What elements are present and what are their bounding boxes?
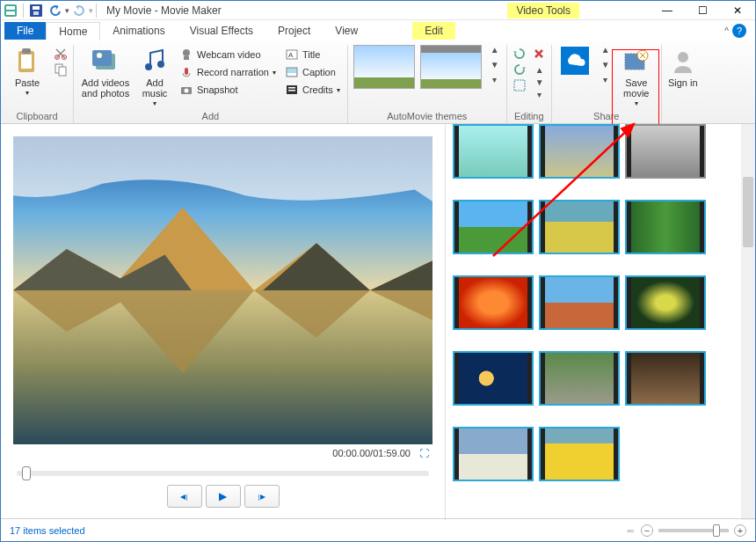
prev-frame-button[interactable]: ◂| [167,485,202,508]
close-button[interactable]: ✕ [720,1,755,20]
redo-dropdown: ▾ [89,6,93,15]
cut-icon[interactable] [54,47,68,61]
caption-button[interactable]: Caption [283,64,342,80]
svg-rect-14 [92,50,112,66]
clip[interactable] [539,275,620,330]
select-all-icon[interactable] [512,78,527,92]
tab-file[interactable]: File [4,22,46,40]
clip[interactable] [539,200,620,254]
tab-edit[interactable]: Edit [412,22,455,40]
timeline-pane[interactable] [445,124,755,520]
share-down[interactable]: ▼ [600,60,612,70]
save-icon[interactable] [29,4,43,18]
clip[interactable] [625,200,706,254]
tab-project[interactable]: Project [265,22,323,40]
add-music-button[interactable]: Add music ▾ [137,45,172,109]
svg-rect-26 [287,73,296,76]
onedrive-button[interactable] [557,45,592,77]
theme-down[interactable]: ▼ [489,60,501,70]
app-icon [4,4,18,18]
minimize-button[interactable]: — [650,1,685,20]
tab-home[interactable]: Home [46,22,100,40]
paste-button[interactable]: Paste ▾ [6,45,48,99]
add-videos-button[interactable]: Add videos and photos [79,45,132,99]
copy-icon[interactable] [54,62,68,77]
svg-text:A: A [288,51,294,59]
undo-dropdown[interactable]: ▾ [65,6,69,15]
svg-rect-8 [21,55,32,69]
maximize-button[interactable]: ☐ [685,1,720,20]
svg-rect-1 [6,6,15,10]
svg-point-22 [185,89,189,93]
svg-rect-29 [288,90,295,92]
theme-1[interactable] [353,45,415,89]
tab-animations[interactable]: Animations [100,22,177,40]
edit-up[interactable]: ▲ [534,65,546,75]
snapshot-button[interactable]: Snapshot [178,82,278,98]
title-button[interactable]: ATitle [283,47,342,62]
share-up[interactable]: ▲ [600,45,612,55]
redo-icon[interactable] [72,4,86,18]
theme-2[interactable] [420,45,482,89]
ribbon: Paste ▾ Clipboard Add videos and photos … [1,41,755,124]
clip[interactable] [539,427,620,481]
ribbon-collapse-icon[interactable]: ^ [724,26,729,36]
svg-rect-20 [185,68,188,75]
edit-more[interactable]: ▾ [534,90,546,99]
svg-rect-7 [22,48,31,54]
next-frame-button[interactable]: |▸ [244,485,280,508]
play-button[interactable]: ▶ [206,485,241,508]
theme-more[interactable]: ▾ [489,75,501,84]
edit-down[interactable]: ▼ [534,77,546,87]
svg-point-34 [678,52,688,62]
zoom-out-button[interactable]: − [641,524,653,537]
webcam-button[interactable]: Webcam video [178,47,278,62]
record-narration-button[interactable]: Record narration ▾ [178,64,278,80]
clip[interactable] [625,124,706,179]
delete-icon[interactable] [532,47,546,61]
group-clipboard: Clipboard [6,109,68,123]
svg-point-16 [145,63,152,70]
sign-in-button[interactable]: Sign in [667,45,699,88]
rotate-left-icon[interactable] [512,47,527,61]
theme-up[interactable]: ▲ [489,45,501,55]
clip[interactable] [453,427,534,481]
preview-video[interactable] [13,136,433,444]
statusbar: 17 items selected ▫▫ − + [1,518,755,541]
svg-rect-28 [288,87,295,89]
svg-point-15 [97,53,102,58]
clip[interactable] [453,124,534,179]
clip[interactable] [453,275,534,330]
group-editing: Editing [512,109,546,123]
help-icon[interactable]: ? [732,24,746,38]
window-title: My Movie - Movie Maker [106,4,222,17]
fullscreen-icon[interactable]: ⛶ [419,448,429,458]
tab-view[interactable]: View [323,22,370,40]
zoom-in-button[interactable]: + [734,524,746,537]
clip[interactable] [453,351,534,406]
clip[interactable] [539,124,620,179]
tab-strip: File Home Animations Visual Effects Proj… [1,20,755,41]
view-mode-icon[interactable]: ▫▫ [627,525,634,536]
timeline-scrollbar[interactable] [741,124,755,520]
save-movie-button[interactable]: Save movie ▾ [617,45,656,109]
titlebar: ▾ ▾ My Movie - Movie Maker Video Tools —… [1,1,755,20]
group-add: Add [79,109,342,123]
status-text: 17 items selected [10,525,85,536]
credits-button[interactable]: Credits ▾ [283,82,342,98]
main-area: 00:00.00/01:59.00 ⛶ ◂| ▶ |▸ [1,124,755,520]
clip[interactable] [625,275,706,330]
seek-slider[interactable] [17,471,429,476]
svg-rect-2 [6,11,15,15]
rotate-right-icon[interactable] [512,62,527,77]
clip[interactable] [539,351,620,406]
group-share: Share [557,109,656,123]
clip[interactable] [453,200,534,254]
undo-icon[interactable] [48,4,62,18]
tab-visual-effects[interactable]: Visual Effects [178,22,265,40]
clip[interactable] [625,351,706,406]
share-more[interactable]: ▾ [600,75,612,84]
group-automovie: AutoMovie themes [353,109,501,123]
svg-rect-5 [33,11,39,15]
zoom-slider[interactable] [658,529,729,532]
